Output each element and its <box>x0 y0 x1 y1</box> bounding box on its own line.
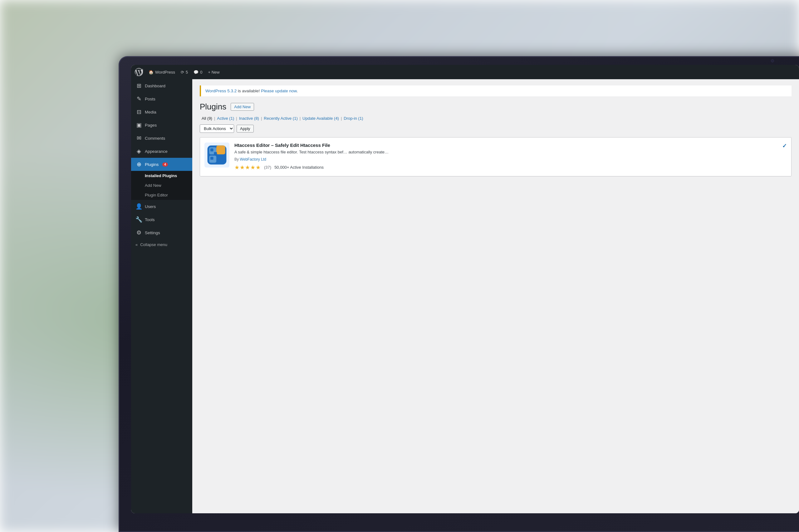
plugin-table: Htaccess Editor – Safely Edit Htaccess F… <box>200 137 792 176</box>
sidebar-item-media[interactable]: ⊟ Media <box>131 106 192 118</box>
wp-sidebar: ⊞ Dashboard ✎ Posts ⊟ Media <box>131 79 192 513</box>
plugins-submenu: Installed Plugins Add New Plugin Editor <box>131 171 192 200</box>
collapse-icon: « <box>135 242 138 247</box>
sidebar-posts-label: Posts <box>145 97 156 101</box>
update-notice: WordPress 5.3.2 is available! Please upd… <box>200 86 792 96</box>
plugin-meta: ★★★★★ (37) 50,000+ Active Installations <box>234 164 777 171</box>
sidebar-pages-label: Pages <box>145 123 157 128</box>
wp-logo-item[interactable] <box>135 68 143 76</box>
plugin-checkmark: ✓ <box>782 142 787 149</box>
plugin-icon-wrap <box>204 142 230 168</box>
plugin-name: Htaccess Editor – Safely Edit Htaccess F… <box>234 142 777 148</box>
add-new-button[interactable]: Add New <box>231 103 254 111</box>
review-count: (37) <box>264 165 271 170</box>
sidebar-item-users[interactable]: 👤 Users <box>131 200 192 213</box>
sidebar-item-tools[interactable]: 🔧 Tools <box>131 213 192 226</box>
updates-count: 5 <box>186 70 188 75</box>
users-icon: 👤 <box>135 203 142 210</box>
wp-main: ⊞ Dashboard ✎ Posts ⊟ Media <box>131 79 799 513</box>
tools-icon: 🔧 <box>135 216 142 223</box>
filter-inactive[interactable]: Inactive (8) <box>237 116 261 121</box>
update-version-link[interactable]: WordPress 5.3.2 <box>205 89 237 93</box>
admin-bar: 🏠 WordPress ⟳ 5 💬 0 + New <box>131 65 799 79</box>
screen-bezel: 🏠 WordPress ⟳ 5 💬 0 + New <box>131 65 799 513</box>
bulk-actions-select[interactable]: Bulk Actions Activate Deactivate Update … <box>200 125 234 133</box>
page-title-row: Plugins Add New <box>200 102 792 112</box>
page-title: Plugins <box>200 102 226 112</box>
laptop-frame: 🏠 WordPress ⟳ 5 💬 0 + New <box>119 56 799 532</box>
svg-rect-4 <box>216 146 225 155</box>
sidebar-appearance-label: Appearance <box>145 149 168 154</box>
sidebar-plugins-label: Plugins <box>145 162 159 167</box>
sidebar-submenu-add-new[interactable]: Add New <box>131 180 192 190</box>
site-name: WordPress <box>155 70 175 75</box>
update-notice-message: is available! <box>237 89 261 93</box>
sidebar-submenu-plugin-editor[interactable]: Plugin Editor <box>131 190 192 200</box>
svg-rect-7 <box>214 152 217 155</box>
sidebar-item-pages[interactable]: ▣ Pages <box>131 118 192 132</box>
wp-content: WordPress 5.3.2 is available! Please upd… <box>192 79 799 513</box>
plugin-author: By WebFactory Ltd <box>234 157 777 162</box>
by-label: By <box>234 157 240 162</box>
filter-active[interactable]: Active (1) <box>215 116 236 121</box>
wp-logo-icon <box>135 68 143 76</box>
updates-icon: ⟳ <box>181 70 184 75</box>
filter-recently-active[interactable]: Recently Active (1) <box>262 116 299 121</box>
sidebar-item-plugins[interactable]: ⊕ Plugins 4 <box>131 158 192 171</box>
plugin-stars: ★★★★★ <box>234 164 261 171</box>
dashboard-icon: ⊞ <box>135 82 142 89</box>
admin-bar-home[interactable]: 🏠 WordPress <box>149 70 175 75</box>
sidebar-settings-label: Settings <box>145 230 160 235</box>
htaccess-editor-icon <box>205 143 229 167</box>
sidebar-media-label: Media <box>145 110 156 114</box>
media-icon: ⊟ <box>135 109 142 115</box>
sidebar-users-label: Users <box>145 204 156 209</box>
plugin-info: Htaccess Editor – Safely Edit Htaccess F… <box>234 142 777 171</box>
filter-drop-in[interactable]: Drop-in (1) <box>342 116 365 121</box>
admin-bar-updates[interactable]: ⟳ 5 <box>181 70 188 75</box>
settings-icon: ⚙ <box>135 229 142 236</box>
comments-sidebar-icon: ✉ <box>135 135 142 141</box>
plugins-badge: 4 <box>162 163 168 167</box>
admin-bar-comments[interactable]: 💬 0 <box>194 70 202 75</box>
bulk-actions-row: Bulk Actions Activate Deactivate Update … <box>200 125 792 133</box>
sidebar-item-comments[interactable]: ✉ Comments <box>131 132 192 145</box>
comments-count: 0 <box>200 70 202 75</box>
comments-icon: 💬 <box>194 70 199 75</box>
update-now-link[interactable]: Please update now <box>261 89 296 93</box>
plugin-row-htaccess: Htaccess Editor – Safely Edit Htaccess F… <box>200 137 791 176</box>
admin-bar-new[interactable]: + New <box>208 70 220 75</box>
apply-button[interactable]: Apply <box>237 125 254 133</box>
filter-all[interactable]: All (9) <box>200 116 214 121</box>
sidebar-item-posts[interactable]: ✎ Posts <box>131 92 192 106</box>
home-icon: 🏠 <box>149 70 153 75</box>
sidebar-submenu-installed-plugins[interactable]: Installed Plugins <box>131 171 192 180</box>
posts-icon: ✎ <box>135 95 142 102</box>
sidebar-item-dashboard[interactable]: ⊞ Dashboard <box>131 79 192 92</box>
sidebar-tools-label: Tools <box>145 217 155 222</box>
webcam <box>771 59 774 62</box>
plugin-description: A safe & simple htaccess file editor. Te… <box>234 149 777 155</box>
collapse-menu[interactable]: « Collapse menu <box>131 239 192 250</box>
sidebar-item-settings[interactable]: ⚙ Settings <box>131 226 192 239</box>
install-count: 50,000+ Active Installations <box>274 165 324 170</box>
filter-links: All (9) | Active (1) | Inactive (8) | Re… <box>200 116 792 121</box>
svg-rect-6 <box>211 157 214 160</box>
collapse-label: Collapse menu <box>140 242 167 247</box>
pages-icon: ▣ <box>135 121 142 129</box>
sidebar-dashboard-label: Dashboard <box>145 83 165 88</box>
new-label: + New <box>208 70 220 75</box>
wordpress-admin-screen: 🏠 WordPress ⟳ 5 💬 0 + New <box>131 65 799 513</box>
update-notice-suffix: . <box>296 89 298 93</box>
appearance-icon: ◈ <box>135 148 142 155</box>
filter-update-available[interactable]: Update Available (4) <box>301 116 341 121</box>
sidebar-comments-label: Comments <box>145 136 165 141</box>
plugins-icon: ⊕ <box>135 161 142 168</box>
svg-rect-5 <box>211 148 214 152</box>
author-link[interactable]: WebFactory Ltd <box>240 157 266 162</box>
sidebar-item-appearance[interactable]: ◈ Appearance <box>131 145 192 158</box>
